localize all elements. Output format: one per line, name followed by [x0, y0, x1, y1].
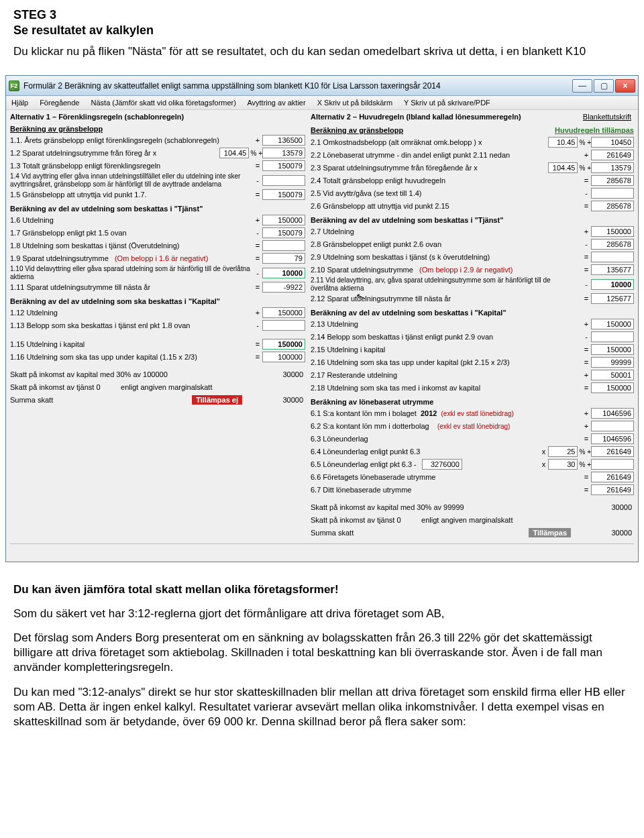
row-1-13-value	[262, 320, 305, 331]
menu-prev[interactable]: Föregående	[40, 99, 79, 107]
row-1-10-label: 1.10 Vid delavyttring eller gåva sparad …	[10, 265, 253, 280]
menu-print-screen[interactable]: X Skriv ut på bildskärm	[317, 99, 392, 107]
row-1-9-value: 79	[262, 253, 305, 264]
row-1-4-value	[262, 175, 305, 186]
row-6-4-value: 261649	[591, 446, 634, 457]
close-button[interactable]: ×	[615, 79, 635, 93]
row-1-8-label: 1.8 Utdelning som beskattas i tjänst (Öv…	[10, 242, 253, 250]
row-2-14-value	[591, 331, 634, 342]
row-1-12-label: 1.12 Utdelning	[10, 309, 253, 317]
row-2-5-value	[591, 188, 634, 199]
row-2-5-label: 2.5 Vid avyttr/gåva (se text till 1.4)	[311, 189, 582, 198]
left-summa-value: 30000	[262, 395, 305, 405]
right-sec-tjanst: Beräkning av del av utdelning som beskat…	[311, 216, 634, 224]
minimize-button[interactable]: —	[572, 79, 592, 93]
row-2-18-label: 2.18 Utdelning som ska tas med i inkomst…	[311, 384, 582, 392]
row-6-1-value: 1046596	[591, 408, 634, 419]
row-2-6-label: 2.6 Gränsbelopp att utnyttja vid punkt 2…	[311, 202, 582, 211]
row-1-5-value: 150079	[262, 189, 305, 200]
row-1-3-value: 150079	[262, 160, 305, 171]
right-sec-lonebaserat: Beräkning av lönebaserat utrymme	[311, 398, 634, 406]
row-6-5-label: 6.5 Löneunderlag enligt pkt 6.3 -	[311, 460, 419, 469]
app-icon: F2	[9, 81, 19, 91]
left-summa-label: Summa skatt	[10, 396, 192, 405]
doc-header: STEG 3 Se resultatet av kalkylen Du klic…	[0, 0, 644, 59]
row-1-6-label: 1.6 Utdelning	[10, 216, 253, 225]
left-column: Alternativ 1 – Förenklingsregeln (schabl…	[10, 113, 305, 539]
row-1-15-label: 1.15 Utdelning i kapital	[10, 340, 253, 349]
right-skatt-kapital-value: 30000	[591, 502, 634, 513]
row-6-1-label: 6.1 S:a kontant lön mm i bolaget 2012 (e…	[311, 409, 582, 418]
row-2-12-label: 2.12 Sparat utdelningsutrymme till nästa…	[311, 295, 582, 303]
maximize-button[interactable]: ▢	[594, 79, 614, 93]
doc-lower: Du kan även jämföra total skatt mellan o…	[0, 569, 644, 752]
row-2-11-value[interactable]: 10000	[591, 279, 634, 290]
right-summa-label: Summa skatt	[311, 529, 529, 537]
right-sec-kapital: Beräkning av del av utdelning som beskat…	[311, 309, 634, 317]
left-skatt-kapital-value: 30000	[262, 369, 305, 380]
row-2-10-label: 2.10 Sparat utdelningsutrymme (Om belopp…	[311, 266, 582, 274]
row-1-15-value: 150000	[262, 339, 305, 350]
row-2-11-label: 2.11 Vid delavyttring, arv, gåva sparat …	[311, 276, 582, 292]
left-sec-kapital: Beräkning av del av utdelning som ska be…	[10, 297, 305, 305]
row-1-8-value	[262, 240, 305, 251]
para-3: Du kan med "3:12-analys" direkt se hur s…	[13, 685, 631, 729]
row-6-3-value: 1046596	[591, 433, 634, 444]
row-6-6-label: 6.6 Företagets lönebaserade utrymme	[311, 473, 582, 482]
row-1-12-value: 150000	[262, 307, 305, 318]
row-2-3-pct: 104.45	[548, 162, 578, 173]
row-2-4-value: 285678	[591, 175, 634, 186]
row-1-4-label: 1.4 Vid avyttring eller gåva innan utdel…	[10, 172, 253, 188]
row-6-2-value	[591, 421, 634, 431]
row-6-4-label: 6.4 Löneunderlag enligt punkt 6.3	[311, 448, 539, 456]
row-1-9-label: 1.9 Sparat utdelningsutrymme (Om belopp …	[10, 254, 253, 263]
app-window: F2 Formulär 2 Beräkning av skatteutfalle…	[5, 75, 639, 562]
menu-next[interactable]: Nästa (Jämför skatt vid olika företagsfo…	[91, 99, 236, 107]
step-title: STEG 3	[13, 8, 631, 22]
titlebar[interactable]: F2 Formulär 2 Beräkning av skatteutfalle…	[6, 76, 638, 96]
row-1-5-label: 1.5 Gränsbelopp att utnyttja vid punkt 1…	[10, 191, 253, 199]
row-2-18-value: 150000	[591, 382, 634, 393]
row-2-9-label: 2.9 Utdelning som beskattas i tjänst (s …	[311, 253, 582, 262]
right-summa-value: 30000	[591, 527, 634, 538]
row-1-3-label: 1.3 Totalt gränsbelopp enligt förenkling…	[10, 162, 253, 170]
row-2-3-label: 2.3 Sparat utdelningsutrymme från föregå…	[311, 164, 548, 172]
row-2-13-value: 150000	[591, 319, 634, 329]
row-1-7-value: 150079	[262, 227, 305, 238]
row-6-5-value	[591, 459, 634, 470]
right-sec-gransbelopp: Beräkning av gränsbelopp	[311, 126, 555, 134]
menu-print-pdf[interactable]: Y Skriv ut på skrivare/PDF	[404, 99, 490, 107]
right-skatt-tjanst-label: Skatt på inkomst av tjänst 0 enligt angi…	[311, 516, 591, 525]
row-2-8-value: 285678	[591, 239, 634, 250]
row-6-6-value: 261649	[591, 472, 634, 482]
row-2-17-label: 2.17 Resterande utdelning	[311, 371, 582, 380]
row-1-10-value[interactable]: 10000	[262, 268, 305, 278]
row-1-2-label: 1.2 Sparat utdelningsutrymme från föreg …	[10, 149, 219, 158]
row-2-16-value: 99999	[591, 357, 634, 368]
right-column: Blankettutskrift Alternativ 2 – Huvudreg…	[311, 113, 634, 539]
row-6-5-base: 3276000	[422, 459, 462, 470]
row-1-1-label: 1.1. Årets gränsbelopp enligt förenkling…	[10, 136, 253, 145]
intro-paragraph: Du klickar nu på fliken "Nästa" för att …	[13, 44, 631, 59]
row-1-11-label: 1.11 Sparat utdelningsutrymme till nästa…	[10, 283, 253, 292]
row-1-1-value: 136500	[262, 135, 305, 146]
row-2-9-value	[591, 252, 634, 262]
row-1-13-label: 1.13 Belopp som ska beskattas i tjänst e…	[10, 321, 253, 330]
row-1-16-label: 1.16 Utdelning som ska tas upp under kap…	[10, 353, 253, 362]
row-1-6-value: 150000	[262, 215, 305, 225]
left-skatt-tjanst-label: Skatt på inkomst av tjänst 0 enligt angi…	[10, 383, 262, 392]
window-title: Formulär 2 Beräkning av skatteutfallet e…	[23, 81, 572, 91]
row-2-1-value: 10450	[591, 137, 634, 148]
menu-help[interactable]: Hjälp	[11, 99, 28, 107]
left-skatt-kapital-label: Skatt på inkomst av kapital med 30% av 1…	[10, 370, 262, 379]
menu-avyttring[interactable]: Avyttring av aktier	[247, 99, 305, 107]
alt2-header: Alternativ 2 – Huvudregeln (Ibland kalla…	[311, 113, 634, 121]
form-body: Alternativ 1 – Förenklingsregeln (schabl…	[6, 110, 638, 562]
right-skatt-kapital-label: Skatt på inkomst av kapital med 30% av 9…	[311, 503, 591, 512]
row-2-15-value: 150000	[591, 344, 634, 355]
row-1-11-value: -9922	[262, 282, 305, 293]
row-6-5-pct: 30	[548, 459, 578, 470]
alt1-header: Alternativ 1 – Förenklingsregeln (schabl…	[10, 113, 305, 121]
right-alt-sub: Huvudregeln tillämpas	[555, 126, 634, 134]
para-1: Som du säkert vet har 3:12-reglerna gjor…	[13, 607, 631, 621]
